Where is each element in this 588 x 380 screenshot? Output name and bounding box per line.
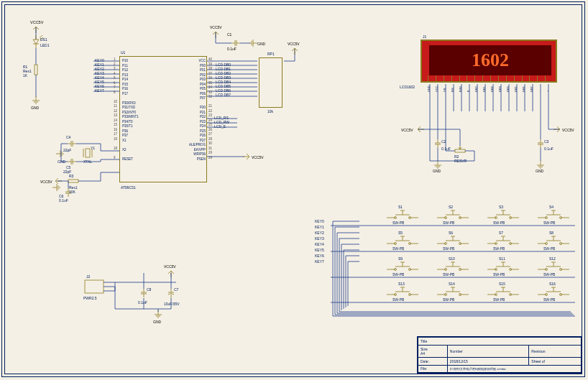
tb-sizev: A4 (421, 351, 425, 356)
r2-val: RESVR (454, 159, 467, 163)
tb-rev: Revision (531, 349, 545, 353)
key-type-S1: SW-PB (392, 221, 404, 225)
mcu-pin-X1: X1 (122, 139, 127, 142)
tb-date: Date: (421, 359, 429, 363)
tb-title: Title (421, 339, 427, 343)
lcd-pin-VS: VS (443, 88, 446, 92)
mcu-pin-P01: P01 (181, 68, 206, 72)
key-S10: S10 (449, 256, 455, 261)
lcd-module: 1602 (421, 40, 557, 83)
gnd-xtal: GND (58, 159, 65, 164)
j2-ref: J2 (86, 274, 90, 279)
key-S3: S3 (499, 205, 503, 209)
mcu-pin-P20: P20 (181, 106, 206, 109)
lcd-pin-DB7: DB7 (530, 86, 533, 92)
lcd-pin-RS: RS (451, 88, 454, 92)
svg-text:C1: C1 (227, 32, 232, 37)
lcd-pin-DB3: DB3 (498, 86, 502, 92)
c3-val: 0.1uF (544, 147, 553, 151)
mcu-pin-P35/T1: P35/T1 (122, 124, 133, 128)
kp-row-KEY1: KEY1 (315, 225, 324, 229)
mcu-pin-P30/RXD: P30/RXD (122, 101, 136, 105)
svg-text:VCC5V: VCC5V (210, 25, 222, 29)
c6-val: 0.1uF (59, 198, 68, 203)
lcd-e-net: LCD_E (214, 124, 226, 129)
lcd-pin-E: E (467, 90, 470, 92)
mcu-pin-PSEN: PSEN (181, 157, 206, 161)
svg-text:GND: GND (153, 320, 162, 324)
mcu-pin-X2: X2 (122, 148, 127, 152)
rp-val: 10k (267, 109, 273, 113)
mcu-pin-P02: P02 (181, 73, 206, 77)
kp-row-KEY7: KEY7 (315, 259, 324, 264)
lcd-pin-+: + (546, 91, 549, 92)
mcu-pin-WR/P36: WR/P36 (181, 152, 206, 156)
pwr-ref: PWR2.5 (83, 296, 97, 300)
mcu-pin-ALE/PROG: ALE/PROG (181, 143, 206, 147)
key-S6: S6 (449, 231, 453, 235)
mcu-pin-P13: P13 (122, 73, 128, 77)
key-S2: S2 (449, 205, 453, 209)
svg-text:GND: GND (257, 42, 266, 46)
mcu-pin-P00: P00 (181, 64, 206, 68)
key-type-S15: SW-PB (493, 297, 505, 302)
mcu-pin-P26: P26 (181, 134, 206, 137)
r3-val: 10K (69, 190, 75, 194)
kp-row-KEY4: KEY4 (315, 242, 324, 246)
r3-ref: R3 (69, 174, 73, 178)
svg-text:VCC5V: VCC5V (562, 128, 574, 132)
mcu-pin-P10: P10 (122, 59, 128, 62)
mcu-pin-P05: P05 (181, 87, 206, 91)
y1-val: XTAL (83, 159, 92, 164)
svg-text:VCC5V: VCC5V (252, 155, 264, 159)
tb-number: Number (450, 349, 463, 353)
key-S5: S5 (398, 231, 403, 235)
svg-text:GND: GND (31, 106, 40, 110)
key-S12: S12 (549, 256, 556, 261)
svg-text:VCC5V: VCC5V (164, 264, 176, 269)
y1-ref: Y1 (91, 146, 95, 150)
rp-ref: RP1 (267, 52, 275, 56)
key-S8: S8 (549, 231, 553, 235)
key-S11: S11 (499, 256, 505, 261)
lcd-pin-R/W: R/W (459, 86, 462, 92)
lcd-pin-DB5: DB5 (514, 86, 518, 92)
key-type-S8: SW-PB (543, 246, 555, 251)
svg-text:GND: GND (433, 169, 441, 173)
key-type-S9: SW-PB (392, 272, 404, 277)
led1-ref: LED1 (40, 43, 50, 47)
svg-text:VCC5V: VCC5V (401, 128, 413, 132)
key-type-S11: SW-PB (493, 272, 505, 277)
c7-ref: C7 (174, 287, 178, 292)
mcu-pin-P03: P03 (181, 78, 206, 81)
c2-ref: C2 (441, 139, 446, 144)
c8-ref: C8 (147, 287, 151, 292)
c4-ref: C4 (66, 135, 70, 139)
mcu-pin-P21: P21 (181, 111, 206, 114)
mcu-pin-P11: P11 (122, 64, 128, 68)
mcu-pin-P32/INT0: P32/INT0 (122, 111, 136, 114)
mcu-ref: U1 (121, 50, 125, 55)
lcd-pin-DB2: DB2 (490, 86, 494, 92)
net-KEY7: KEY7 (95, 88, 104, 93)
key-type-S16: SW-PB (543, 297, 555, 302)
c7-val: 10uF/35V (164, 302, 180, 306)
svg-text:VCC5V: VCC5V (30, 20, 44, 24)
key-type-S2: SW-PB (443, 221, 454, 225)
kp-row-KEY6: KEY6 (315, 254, 324, 258)
mcu-pin-P24: P24 (181, 124, 206, 128)
mcu-pin-P15: P15 (122, 83, 128, 86)
mcu-pin-P04: P04 (181, 83, 206, 86)
mcu-pin-P07: P07 (181, 96, 206, 100)
mcu-pin-P36: P36 (122, 129, 128, 133)
resistor-pack (259, 57, 282, 108)
ds1-ref: DS1 (40, 37, 47, 42)
mcu-pin-RESET: RESET (122, 157, 133, 161)
mcu-pin-P12: P12 (122, 68, 128, 72)
lcd-pin-DB0: DB0 (474, 86, 478, 92)
key-type-S12: SW-PB (543, 272, 555, 277)
key-S1: S1 (398, 205, 403, 209)
key-type-S13: SW-PB (392, 297, 404, 302)
key-type-S5: SW-PB (392, 246, 404, 251)
key-S7: S7 (499, 231, 503, 235)
